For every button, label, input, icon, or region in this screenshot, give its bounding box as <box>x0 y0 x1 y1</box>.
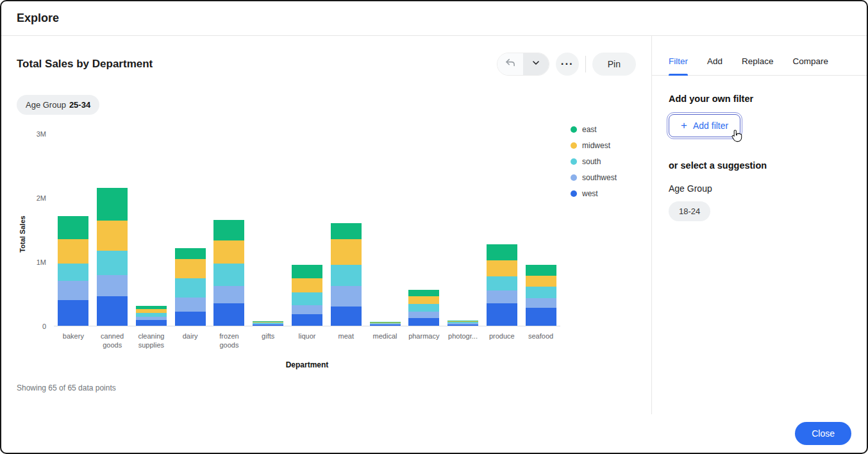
bar-segment-west[interactable] <box>408 318 439 326</box>
legend-item-south[interactable]: south <box>571 157 645 166</box>
bar-segment-west[interactable] <box>447 324 478 326</box>
plus-icon: + <box>681 121 687 130</box>
bar-segment-east[interactable] <box>58 216 88 239</box>
bar-segment-east[interactable] <box>97 188 128 221</box>
page-title: Explore <box>17 12 59 25</box>
bar-column <box>93 134 132 326</box>
bar-segment-east[interactable] <box>292 265 322 278</box>
stacked-bar-chart: Total Sales 3M2M1M0 bakerycanned goodscl… <box>1 115 651 369</box>
tab-compare[interactable]: Compare <box>793 36 829 75</box>
bar-segment-south[interactable] <box>487 276 517 290</box>
bar-segment-south[interactable] <box>408 304 439 312</box>
x-axis-labels: bakerycanned goodscleaning suppliesdairy… <box>54 332 560 350</box>
bar-segment-east[interactable] <box>213 220 244 240</box>
y-tick-label: 3M <box>37 130 46 139</box>
add-filter-button[interactable]: + Add filter <box>669 114 740 137</box>
bar-segment-west[interactable] <box>526 308 556 326</box>
history-dropdown-button[interactable] <box>523 53 549 75</box>
bar-segment-southwest[interactable] <box>408 312 439 318</box>
legend-item-west[interactable]: west <box>571 189 645 198</box>
stacked-bar-medical[interactable] <box>370 322 401 326</box>
side-panel-tabs: Filter Add Replace Compare <box>652 36 867 76</box>
bar-segment-west[interactable] <box>213 303 244 326</box>
plot-area <box>54 134 560 326</box>
chart-legend: eastmidwestsouthsouthwestwest <box>560 125 645 369</box>
stacked-bar-seafood[interactable] <box>526 265 556 326</box>
bar-segment-midwest[interactable] <box>97 221 128 251</box>
bar-segment-southwest[interactable] <box>526 298 556 308</box>
x-tick-label: photogr... <box>444 332 483 350</box>
bar-segment-midwest[interactable] <box>213 240 244 264</box>
bar-segment-west[interactable] <box>487 303 517 326</box>
stacked-bar-produce[interactable] <box>487 244 517 326</box>
stacked-bar-liquor[interactable] <box>292 265 322 326</box>
more-options-button[interactable]: ··· <box>556 53 579 76</box>
pin-button[interactable]: Pin <box>592 53 636 76</box>
bar-column <box>444 134 483 326</box>
bar-segment-midwest[interactable] <box>292 278 322 292</box>
bar-segment-southwest[interactable] <box>292 305 322 314</box>
filter-side-panel: Filter Add Replace Compare Add your own … <box>651 36 867 414</box>
bar-segment-southwest[interactable] <box>58 281 88 300</box>
bar-segment-east[interactable] <box>526 265 556 276</box>
bar-segment-southwest[interactable] <box>213 286 244 303</box>
bar-column <box>521 134 560 326</box>
bar-column <box>54 134 93 326</box>
bar-segment-southwest[interactable] <box>97 275 128 296</box>
bar-segment-southwest[interactable] <box>331 286 362 307</box>
bar-segment-west[interactable] <box>97 296 128 326</box>
age-group-filter-chip[interactable]: Age Group 25-34 <box>17 95 99 115</box>
tab-add[interactable]: Add <box>707 36 722 75</box>
bar-segment-southwest[interactable] <box>175 298 206 312</box>
bar-segment-midwest[interactable] <box>58 239 88 264</box>
bar-segment-midwest[interactable] <box>408 296 439 304</box>
bar-segment-west[interactable] <box>331 307 362 326</box>
bar-segment-south[interactable] <box>58 264 88 281</box>
suggestion-chip-18-24[interactable]: 18-24 <box>669 201 710 221</box>
bar-segment-south[interactable] <box>213 264 244 286</box>
bar-segment-south[interactable] <box>331 265 362 286</box>
bar-segment-west[interactable] <box>370 324 401 326</box>
legend-item-east[interactable]: east <box>571 125 645 134</box>
bar-segment-west[interactable] <box>292 314 322 326</box>
stacked-bar-bakery[interactable] <box>58 216 88 326</box>
bar-segment-southwest[interactable] <box>487 290 517 303</box>
bar-segment-midwest[interactable] <box>175 259 206 278</box>
bar-segment-east[interactable] <box>175 248 206 259</box>
stacked-bar-gifts[interactable] <box>253 321 283 326</box>
stacked-bar-dairy[interactable] <box>175 248 206 326</box>
tab-filter[interactable]: Filter <box>669 36 688 75</box>
x-tick-label: meat <box>326 332 365 350</box>
close-button[interactable]: Close <box>795 422 851 445</box>
bar-segment-midwest[interactable] <box>487 260 517 276</box>
bar-segment-midwest[interactable] <box>526 276 556 287</box>
bar-segment-west[interactable] <box>175 312 206 326</box>
bar-segment-south[interactable] <box>97 251 128 275</box>
bar-segment-west[interactable] <box>58 300 88 326</box>
stacked-bar-frozen-goods[interactable] <box>213 220 244 326</box>
stacked-bar-pharmacy[interactable] <box>408 290 439 326</box>
suggestion-heading: or select a suggestion <box>669 160 850 171</box>
bar-segment-east[interactable] <box>408 290 439 296</box>
legend-item-midwest[interactable]: midwest <box>571 141 645 150</box>
tab-replace[interactable]: Replace <box>742 36 774 75</box>
bar-segment-west[interactable] <box>253 324 283 326</box>
stacked-bar-canned-goods[interactable] <box>97 188 128 326</box>
x-tick-label: canned goods <box>93 332 132 350</box>
legend-dot-icon <box>571 158 577 165</box>
stacked-bar-photogr-[interactable] <box>447 321 478 326</box>
bar-segment-east[interactable] <box>487 244 517 260</box>
legend-dot-icon <box>571 126 577 133</box>
bar-segment-south[interactable] <box>526 287 556 298</box>
bar-segment-east[interactable] <box>331 223 362 239</box>
bar-segment-midwest[interactable] <box>331 239 362 265</box>
chart-toolbar: ··· Pin <box>497 53 636 76</box>
stacked-bar-meat[interactable] <box>331 223 362 326</box>
bar-segment-south[interactable] <box>175 278 206 298</box>
stacked-bar-cleaning-supplies[interactable] <box>136 306 167 326</box>
legend-item-southwest[interactable]: southwest <box>571 173 645 182</box>
bar-segment-west[interactable] <box>136 320 167 326</box>
bar-segment-south[interactable] <box>292 292 322 305</box>
undo-button[interactable] <box>497 53 523 75</box>
bar-column <box>210 134 249 326</box>
